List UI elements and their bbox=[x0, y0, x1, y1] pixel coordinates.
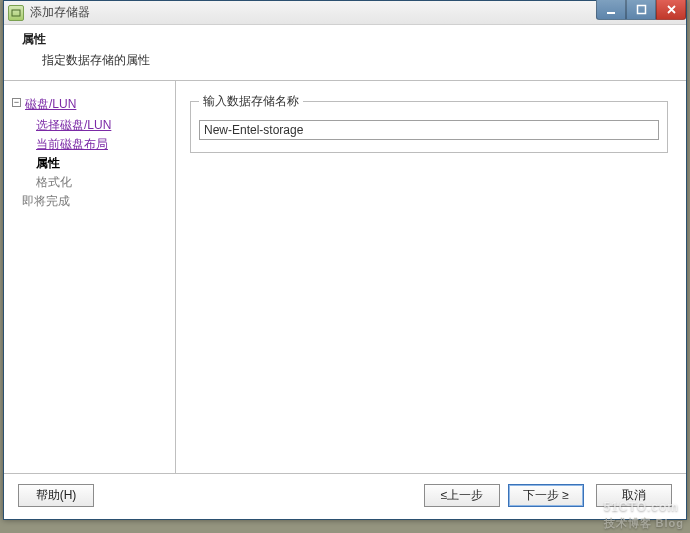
nav-step-format: 格式化 bbox=[36, 173, 167, 192]
window-title: 添加存储器 bbox=[30, 4, 90, 21]
wizard-body: − 磁盘/LUN 选择磁盘/LUN 当前磁盘布局 属性 格式化 即将完成 输入数… bbox=[4, 81, 686, 473]
nav-root-link[interactable]: 磁盘/LUN bbox=[25, 95, 76, 114]
tree-collapse-icon[interactable]: − bbox=[12, 98, 21, 107]
maximize-button[interactable] bbox=[626, 0, 656, 20]
nav-step-select-disk[interactable]: 选择磁盘/LUN bbox=[36, 116, 111, 135]
wizard-footer: 帮助(H) ≤上一步 下一步 ≥ 取消 bbox=[4, 473, 686, 517]
maximize-icon bbox=[636, 4, 647, 15]
help-button[interactable]: 帮助(H) bbox=[18, 484, 94, 507]
nav-step-finish: 即将完成 bbox=[12, 192, 167, 211]
next-button[interactable]: 下一步 ≥ bbox=[508, 484, 584, 507]
datastore-name-input[interactable] bbox=[199, 120, 659, 140]
cancel-button[interactable]: 取消 bbox=[596, 484, 672, 507]
nav-step-properties: 属性 bbox=[36, 154, 167, 173]
back-button[interactable]: ≤上一步 bbox=[424, 484, 500, 507]
wizard-nav: − 磁盘/LUN 选择磁盘/LUN 当前磁盘布局 属性 格式化 即将完成 bbox=[4, 81, 176, 473]
svg-rect-2 bbox=[637, 6, 645, 14]
svg-rect-1 bbox=[607, 12, 615, 14]
wizard-header: 属性 指定数据存储的属性 bbox=[4, 25, 686, 81]
close-button[interactable] bbox=[656, 0, 686, 20]
wizard-window: 添加存储器 属性 指定数据存储的属性 − 磁盘/LUN 选择磁盘/LUN 当前磁… bbox=[3, 0, 687, 520]
svg-rect-0 bbox=[12, 10, 20, 16]
app-icon bbox=[8, 5, 24, 21]
window-controls bbox=[596, 0, 686, 20]
titlebar: 添加存储器 bbox=[4, 1, 686, 25]
minimize-button[interactable] bbox=[596, 0, 626, 20]
minimize-icon bbox=[606, 4, 617, 15]
nav-step-current-layout[interactable]: 当前磁盘布局 bbox=[36, 135, 108, 154]
datastore-name-group: 输入数据存储名称 bbox=[190, 93, 668, 153]
page-description: 指定数据存储的属性 bbox=[22, 48, 668, 69]
page-title: 属性 bbox=[22, 31, 668, 48]
fieldset-legend: 输入数据存储名称 bbox=[199, 93, 303, 110]
close-icon bbox=[666, 4, 677, 15]
wizard-content: 输入数据存储名称 bbox=[176, 81, 686, 473]
